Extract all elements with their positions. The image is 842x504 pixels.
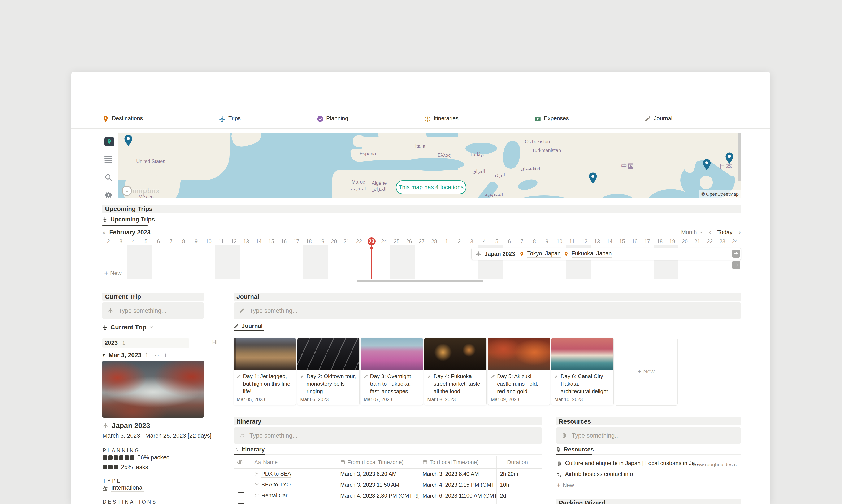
map-scrollbar[interactable]: [738, 133, 741, 181]
table-row[interactable]: Rental Car March 4, 2023 2:30 PM (GMT+9)…: [234, 490, 543, 501]
timeline-toolbar: » February 2023 Month ‹ Today ›: [102, 229, 741, 236]
airplane-icon: [107, 307, 114, 314]
event-location[interactable]: Tokyo, Japan: [527, 250, 561, 258]
row-name[interactable]: Capsule Hotel: [261, 503, 296, 504]
to-cell[interactable]: March 4, 2023 2:15 PM (GMT+9): [419, 480, 497, 490]
row-name[interactable]: Rental Car: [261, 492, 288, 499]
tab-resources[interactable]: Resources: [556, 446, 594, 453]
tab-upcoming-trips[interactable]: Upcoming Trips: [102, 216, 155, 223]
arrow-right-icon: [734, 251, 739, 256]
current-trip-view-dropdown[interactable]: Current Trip: [102, 324, 154, 331]
hidden-column-header[interactable]: [234, 456, 251, 468]
timeline-new-button[interactable]: + New: [104, 269, 122, 277]
add-icon[interactable]: +: [163, 351, 168, 359]
journal-card[interactable]: Day 3: Overnight train to Fukuoka, fast …: [361, 338, 423, 405]
checkbox-cell: [234, 480, 251, 490]
nav-item-planning[interactable]: Planning: [316, 115, 348, 123]
journal-card[interactable]: Day 2: Oldtown tour, monastery bells rin…: [297, 338, 360, 405]
column-header-from[interactable]: From (Local Timezone): [337, 456, 419, 468]
journal-input[interactable]: Type something...: [234, 303, 741, 319]
journal-card[interactable]: Day 5: Akizuki castle ruins - old, red a…: [488, 338, 550, 405]
duration-cell[interactable]: 2h 20m: [497, 469, 543, 479]
group-2023-row[interactable]: 2023 1: [102, 338, 189, 348]
row-checkbox[interactable]: [238, 492, 244, 499]
resources-new-button[interactable]: + New: [557, 481, 574, 489]
duration-cell[interactable]: 2d: [497, 490, 543, 501]
scroll-to-event-button[interactable]: [732, 261, 740, 269]
nav-item-expenses[interactable]: Expenses: [534, 115, 569, 123]
search-button[interactable]: [104, 174, 113, 181]
column-header-name[interactable]: Aa Name: [251, 456, 337, 468]
resource-title[interactable]: Airbnb hostess contact info: [565, 471, 633, 478]
table-row[interactable]: PDX to SEA March 3, 2023 6:20 AM March 3…: [234, 469, 543, 480]
settings-button[interactable]: [104, 191, 113, 199]
column-header-duration[interactable]: Duration: [497, 456, 543, 468]
resource-title[interactable]: Culture and etiquette in Japan | Local c…: [565, 460, 700, 467]
world-map[interactable]: United States México España Italia Ελλάς…: [118, 133, 741, 198]
prev-month-button[interactable]: ‹: [709, 228, 711, 236]
to-cell[interactable]: March 6, 2023: [419, 501, 497, 504]
collapse-chevrons-icon[interactable]: »: [102, 229, 106, 236]
journal-card-date: Mar 10, 2023: [554, 397, 610, 402]
section-title: Upcoming Trips: [105, 205, 153, 212]
row-checkbox[interactable]: [238, 471, 244, 478]
from-cell[interactable]: March 3, 2023 11:50 AM: [337, 480, 419, 490]
current-trip-input[interactable]: Type something...: [102, 303, 204, 319]
date-cell: 21: [691, 237, 704, 245]
to-cell[interactable]: March 6, 2023 12:00 AM (GMT+9): [419, 490, 497, 501]
badge-text: This map has: [399, 184, 434, 191]
scroll-to-event-button[interactable]: [732, 250, 740, 258]
journal-card[interactable]: Day 4: Fukuoka street market, taste all …: [424, 338, 487, 405]
row-checkbox[interactable]: [238, 503, 244, 504]
next-month-button[interactable]: ›: [738, 228, 741, 236]
journal-card[interactable]: Day 1: Jet lagged, but high on this fine…: [234, 338, 296, 405]
row-name[interactable]: PDX to SEA: [261, 470, 291, 478]
to-cell[interactable]: March 3, 2023 8:40 AM: [419, 469, 497, 479]
table-row[interactable]: Capsule Hotel March 4, 2023 March 6, 202…: [234, 501, 543, 504]
name-cell[interactable]: Rental Car: [251, 490, 337, 501]
today-button[interactable]: Today: [717, 229, 732, 236]
name-cell[interactable]: Capsule Hotel: [251, 501, 337, 504]
trip-event-bar[interactable]: Japan 2023 Tokyo, Japan Fukuoka, Japan: [471, 248, 741, 260]
itinerary-input[interactable]: Type something...: [234, 427, 543, 444]
menu-button[interactable]: [104, 156, 113, 163]
tab-journal[interactable]: Journal: [234, 323, 263, 329]
timeline-scrollbar[interactable]: [357, 280, 483, 282]
column-header-to[interactable]: To (Local Timezone): [419, 456, 497, 468]
from-cell[interactable]: March 4, 2023: [337, 501, 419, 504]
table-row[interactable]: SEA to TYO March 3, 2023 11:50 AM March …: [234, 480, 543, 490]
nav-item-destinations[interactable]: Destinations: [102, 115, 143, 123]
from-cell[interactable]: March 3, 2023 6:20 AM: [337, 469, 419, 479]
row-name[interactable]: SEA to TYO: [261, 481, 291, 488]
timeline-column: [353, 245, 365, 279]
view-mode-dropdown[interactable]: Month: [681, 229, 703, 236]
journal-new-card[interactable]: + New: [615, 338, 677, 406]
name-cell[interactable]: PDX to SEA: [251, 469, 337, 479]
duration-cell[interactable]: 2d: [497, 501, 543, 504]
duration-cell[interactable]: 10h: [497, 480, 543, 490]
collapse-triangle-icon[interactable]: ▾: [103, 353, 105, 358]
from-cell[interactable]: March 4, 2023 2:30 PM (GMT+9): [337, 490, 419, 501]
name-cell[interactable]: SEA to TYO: [251, 480, 337, 490]
resources-input[interactable]: Type something...: [556, 427, 741, 444]
tab-itinerary[interactable]: Itinerary: [234, 446, 265, 453]
row-checkbox[interactable]: [238, 482, 244, 488]
date-cell: 20: [328, 237, 340, 245]
timeline-column: [253, 245, 265, 279]
trip-cover-image[interactable]: [102, 361, 204, 418]
nav-item-journal[interactable]: Journal: [645, 115, 672, 123]
osm-attribution[interactable]: © OpenStreetMap: [699, 191, 741, 198]
mapbox-logo[interactable]: ◒ mapbox: [122, 186, 160, 196]
nav-item-trips[interactable]: Trips: [219, 115, 241, 123]
more-options-icon[interactable]: ···: [152, 352, 159, 359]
map-view-button[interactable]: [104, 137, 114, 146]
hide-button[interactable]: Hi: [212, 339, 218, 346]
trip-type-value[interactable]: International: [102, 484, 143, 492]
event-location[interactable]: Fukuoka, Japan: [571, 250, 612, 258]
nav-item-itineraries[interactable]: Itineraries: [424, 115, 459, 123]
journal-card-body: Day 6: Canal City Hakata, architectural …: [551, 370, 614, 405]
date-cell: 21: [340, 237, 353, 245]
current-trip-header: Current Trip: [102, 293, 204, 301]
journal-card[interactable]: Day 6: Canal City Hakata, architectural …: [551, 338, 614, 405]
trip-title-row[interactable]: Japan 2023: [102, 421, 150, 430]
